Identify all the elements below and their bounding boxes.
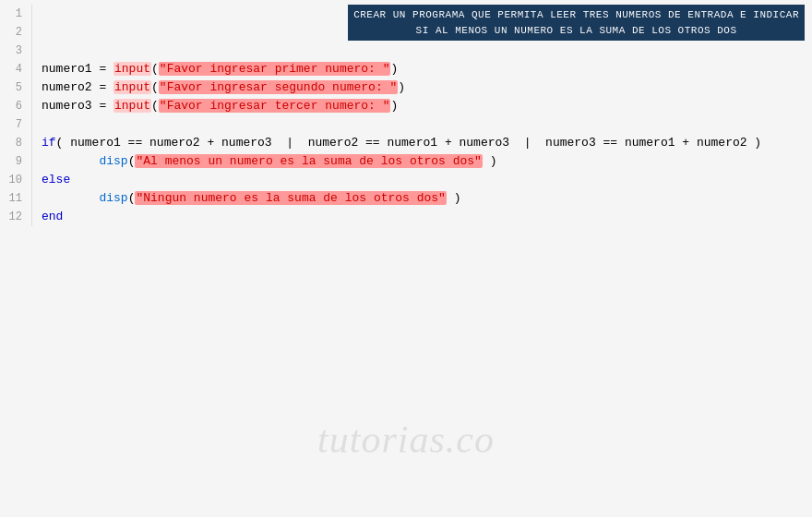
header-banner: CREAR UN PROGRAMA QUE PERMITA LEER TRES … [348,5,805,41]
line-number: 3 [0,42,32,60]
line-content: disp("Ningun numero es la suma de los ot… [42,189,461,208]
plain-token: numero3 = [42,99,113,113]
line-number: 4 [0,60,32,78]
string-token: "Favor ingresar tercer numero: " [159,99,391,113]
keyword-token: if [42,136,56,150]
table-row: 10else [0,171,812,189]
plain-token: ( [151,80,159,94]
line-number: 5 [0,78,32,97]
table-row: 7 [0,115,812,134]
table-row: 12end [0,208,812,226]
line-content: disp("Al menos un numero es la suma de l… [42,152,497,171]
plain-token: ( numero1 == numero2 + numero3 | numero2… [56,136,762,150]
plain-token: ) [390,99,398,113]
table-row: 3 [0,42,812,60]
keyword-token: end [42,210,63,223]
table-row: 6numero3 = input("Favor ingresar tercer … [0,97,812,115]
line-number: 1 [0,5,32,23]
line-number: 11 [0,189,32,208]
code-area: CREAR UN PROGRAMA QUE PERMITA LEER TRES … [0,0,812,517]
header-line1: CREAR UN PROGRAMA QUE PERMITA LEER TRES … [353,7,799,23]
string-token: "Ningun numero es la suma de los otros d… [135,191,446,205]
line-content: if( numero1 == numero2 + numero3 | numer… [42,134,761,152]
line-number: 6 [0,97,32,115]
table-row: 11 disp("Ningun numero es la suma de los… [0,189,812,208]
line-content: end [42,208,63,226]
header-line2: SI AL MENOS UN NUMERO ES LA SUMA DE LOS … [353,23,799,39]
line-number: 9 [0,152,32,171]
input-keyword-token: input [113,62,151,76]
line-content: numero2 = input("Favor ingresar segundo … [42,78,405,97]
function-token: disp [99,191,127,205]
table-row: 5numero2 = input("Favor ingresar segundo… [0,78,812,97]
plain-token: numero2 = [42,80,113,94]
plain-token [42,154,99,168]
plain-token: numero1 = [42,62,113,76]
line-number: 12 [0,208,32,226]
plain-token: ) [447,191,461,205]
line-number: 8 [0,134,32,152]
input-keyword-token: input [113,80,151,94]
line-content: numero1 = input("Favor ingresar primer n… [42,60,398,78]
keyword-token: else [42,173,70,186]
line-number: 2 [0,23,32,42]
plain-token: ) [483,154,497,168]
line-content: else [42,171,70,189]
plain-token: ) [398,80,405,94]
code-editor[interactable]: 1234numero1 = input("Favor ingresar prim… [0,0,812,517]
function-token: disp [99,154,127,168]
line-content: numero3 = input("Favor ingresar tercer n… [42,97,398,115]
line-number: 10 [0,171,32,189]
plain-token: ) [390,62,398,76]
input-keyword-token: input [113,99,151,113]
plain-token [42,191,99,205]
table-row: 4numero1 = input("Favor ingresar primer … [0,60,812,78]
string-token: "Favor ingresar segundo numero: " [159,80,398,94]
table-row: 8if( numero1 == numero2 + numero3 | nume… [0,134,812,152]
plain-token: ( [151,62,159,76]
string-token: "Favor ingresar primer numero: " [159,62,391,76]
table-row: 9 disp("Al menos un numero es la suma de… [0,152,812,171]
string-token: "Al menos un numero es la suma de los ot… [135,154,482,168]
plain-token: ( [151,99,159,113]
line-number: 7 [0,115,32,134]
